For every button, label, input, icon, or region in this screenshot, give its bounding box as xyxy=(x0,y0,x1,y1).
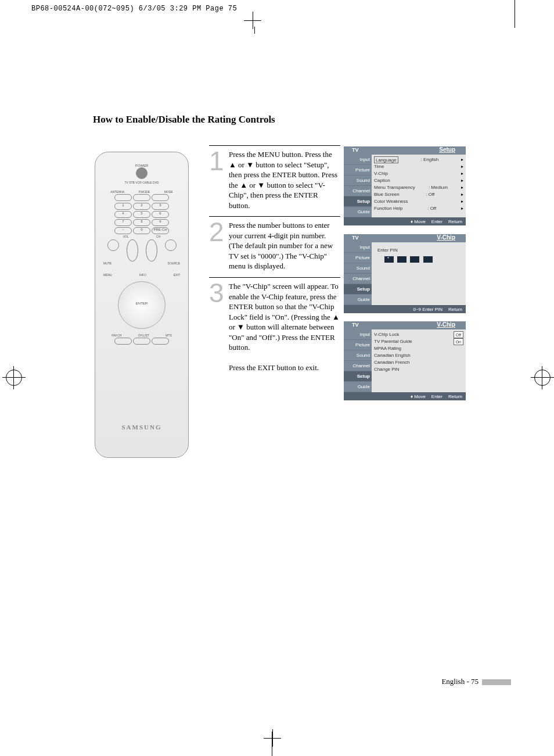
label-exit: EXIT xyxy=(174,273,180,277)
label-menu: MENU xyxy=(103,273,112,277)
osd-vchip: TVV-Chip InputPictureSound ChannelSetupG… xyxy=(344,321,466,400)
step-1: 1 Press the MENU button. Press the ▲ or … xyxy=(209,146,340,217)
trim-line-2 xyxy=(254,27,255,34)
step-number: 3 xyxy=(209,281,225,373)
enter-pin-label: Enter PIN xyxy=(377,248,463,253)
step-number: 1 xyxy=(209,149,225,210)
brand-logo: SAMSUNG xyxy=(95,424,188,431)
registration-mark-left xyxy=(6,370,22,386)
osd-main: Language: English▸ Time▸ V-Chip▸ Caption… xyxy=(372,155,466,217)
osd-title: Setup xyxy=(439,146,455,153)
label-modes: TV STB VCR CABLE DVD xyxy=(95,181,188,184)
steps-column: 1 Press the MENU button. Press the ▲ or … xyxy=(209,145,340,379)
label-enter: ENTER xyxy=(118,302,165,305)
step-text: Press the MENU button. Press the ▲ or ▼ … xyxy=(229,149,340,210)
step-text: Press the number buttons to enter your c… xyxy=(229,220,340,271)
label-mute: MUTE xyxy=(103,261,111,265)
remote-illustration: POWER TV STB VCR CABLE DVD ANTENNA P.MOD… xyxy=(95,152,189,458)
osd-setup: TVSetup InputPictureSound ChannelSetupGu… xyxy=(344,146,466,225)
step-3: 3 The "V-Chip" screen will appear. To en… xyxy=(209,278,340,379)
osd-enter-pin: TVV-Chip InputPictureSound ChannelSetupG… xyxy=(344,234,466,313)
print-slug: BP68-00524A-00(072~095) 6/3/05 3:29 PM P… xyxy=(31,5,237,13)
osd-sidebar: InputPictureSound ChannelSetupGuide xyxy=(344,329,372,392)
label-info: INFO xyxy=(139,273,146,277)
step-text: The "V-Chip" screen will appear. To enab… xyxy=(229,281,340,373)
label-source: SOURCE xyxy=(168,261,180,265)
source-button-icon xyxy=(165,239,177,251)
pin-digit: * xyxy=(384,256,394,263)
trim-line-bottom xyxy=(272,732,272,756)
cropmark-bottom xyxy=(264,729,281,747)
page-footer: English - 75 xyxy=(441,677,511,686)
vol-rocker-icon xyxy=(127,239,138,261)
step-2: 2 Press the number buttons to enter your… xyxy=(209,217,340,278)
osd-sidebar: InputPictureSound ChannelSetupGuide xyxy=(344,242,372,305)
page-title: How to Enable/Disable the Rating Control… xyxy=(93,114,275,126)
osd-main: V-Chip LockOff TV Parental GuideOn MPAA … xyxy=(372,329,466,392)
osd-title: V-Chip xyxy=(437,321,455,328)
osd-title: V-Chip xyxy=(437,234,455,241)
registration-mark-right xyxy=(534,370,551,386)
pin-digit xyxy=(397,256,406,263)
step-number: 2 xyxy=(209,220,225,271)
osd-sidebar: InputPictureSound ChannelSetupGuide xyxy=(344,155,372,217)
trim-line xyxy=(515,0,515,28)
cropmark-top xyxy=(244,12,261,29)
dpad-icon: ENTER xyxy=(118,281,166,329)
label-ch: CH xyxy=(156,235,160,238)
power-button-icon xyxy=(136,167,148,179)
label-prech: PRE-CH xyxy=(152,227,169,234)
mute-button-icon xyxy=(107,239,119,251)
pin-digit xyxy=(410,256,419,263)
pin-digit xyxy=(423,256,433,263)
osd-main: Enter PIN * xyxy=(372,242,466,305)
label-vol: VOL xyxy=(123,235,129,238)
ch-rocker-icon xyxy=(146,239,157,261)
